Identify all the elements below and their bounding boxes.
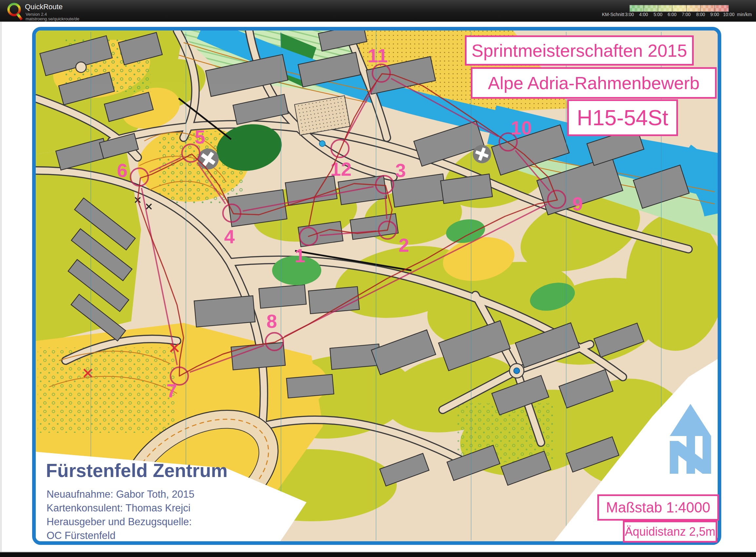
- pace-tick: 4:00: [639, 12, 648, 17]
- pace-tick: 8:00: [696, 12, 705, 17]
- app-url: matstroeng.se/quickroute/de: [26, 17, 79, 21]
- event-title: Sprintmeisterschaften 2015: [471, 40, 687, 61]
- fountain: [319, 141, 325, 147]
- equidistance: Äquidistanz 2,5m: [625, 525, 715, 539]
- pace-tick: 3:00: [625, 12, 634, 17]
- event-subtitle-box: Alpe Adria-Rahmenbewerb: [471, 67, 717, 99]
- credit-line: OC Fürstenfeld: [47, 530, 115, 541]
- equidistance-box: Äquidistanz 2,5m: [623, 521, 717, 543]
- map-scale: Maßstab 1:4000: [606, 499, 710, 516]
- app-title: QuickRoute: [25, 3, 63, 11]
- pace-tick: 7:00: [681, 12, 691, 17]
- pace-tick: 6:00: [667, 12, 676, 17]
- credit-line: Herausgeber und Bezugsquelle:: [47, 516, 192, 528]
- roundabout: [76, 62, 86, 72]
- event-subtitle: Alpe Adria-Rahmenbewerb: [488, 73, 699, 93]
- map-scale-box: Maßstab 1:4000: [597, 494, 719, 521]
- credit-line: Kartenkonsulent: Thomas Krejci: [47, 502, 191, 514]
- credit-line: Neuaufnahme: Gabor Toth, 2015: [47, 489, 195, 500]
- pace-tick: 9:00: [710, 12, 719, 17]
- course-category: H15-54St: [577, 105, 668, 130]
- pace-legend-gradient-bar: [630, 5, 729, 12]
- pace-legend-unit: min/km: [737, 12, 752, 17]
- app-toolbar: QuickRoute Version 2.4 matstroeng.se/qui…: [0, 0, 756, 22]
- quickroute-window: QuickRoute Version 2.4 matstroeng.se/qui…: [0, 0, 756, 557]
- course-category-box: H15-54St: [567, 99, 678, 136]
- pace-tick: 5:00: [653, 12, 662, 17]
- pace-tick: 10:00: [723, 12, 734, 17]
- app-version: Version 2.4: [26, 12, 47, 17]
- map-title: Fürstenfeld Zentrum: [46, 460, 228, 481]
- page-left-edge: [1, 22, 1, 552]
- event-title-box: Sprintmeisterschaften 2015: [465, 35, 694, 65]
- quickroute-logo-icon: [5, 1, 24, 22]
- app-bottom-strip: [0, 552, 756, 557]
